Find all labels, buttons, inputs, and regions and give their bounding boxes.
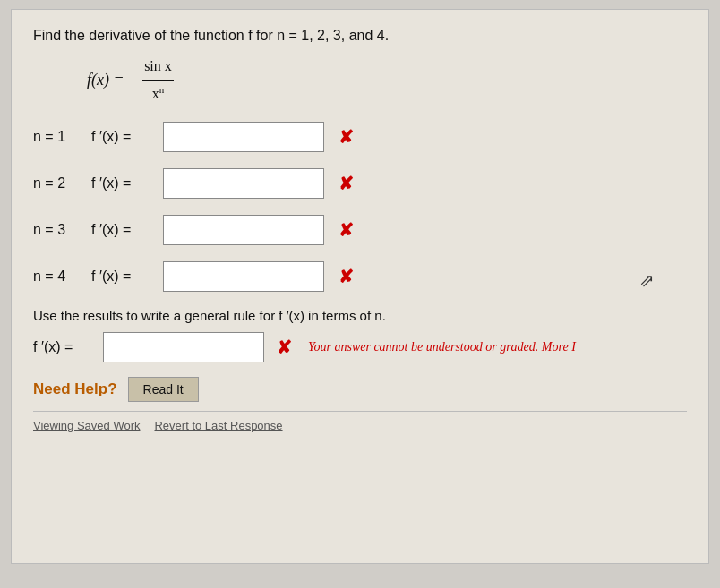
n1-xmark: ✘: [339, 126, 354, 148]
n4-deriv-label: f ′(x) =: [91, 268, 154, 285]
problem-title: Find the derivative of the function f fo…: [33, 28, 687, 44]
fx-label: f(x) =: [87, 67, 124, 93]
read-it-button[interactable]: Read It: [128, 377, 199, 402]
viewing-saved-work-link[interactable]: Viewing Saved Work: [33, 419, 140, 432]
bottom-bar: Viewing Saved Work Revert to Last Respon…: [33, 411, 687, 432]
row-n2: n = 2 f ′(x) = ✘: [33, 168, 687, 199]
n2-label: n = 2: [33, 175, 82, 192]
general-rule-section: Use the results to write a general rule …: [33, 308, 687, 362]
main-card: Find the derivative of the function f fo…: [11, 9, 709, 564]
n2-deriv-label: f ′(x) =: [91, 175, 154, 192]
answer-note: Your answer cannot be understood or grad…: [308, 340, 576, 354]
n3-label: n = 3: [33, 222, 82, 238]
row-n1: n = 1 f ′(x) = ✘: [33, 122, 687, 152]
row-n4: n = 4 f ′(x) = ✘: [33, 261, 687, 292]
general-rule-xmark: ✘: [277, 337, 292, 358]
fraction-numerator: sin x: [142, 55, 174, 81]
general-rule-text: Use the results to write a general rule …: [33, 308, 687, 323]
n4-input[interactable]: [163, 261, 324, 292]
equals-sign: [130, 67, 134, 93]
general-rule-label: f ′(x) =: [33, 339, 96, 355]
general-rule-input[interactable]: [103, 332, 264, 362]
n3-deriv-label: f ′(x) =: [91, 222, 154, 238]
n4-label: n = 4: [33, 268, 82, 285]
n1-label: n = 1: [33, 129, 82, 145]
need-help-section: Need Help? Read It: [33, 377, 687, 402]
function-display: f(x) = sin x xn: [87, 55, 687, 106]
n2-input[interactable]: [163, 168, 324, 199]
n2-xmark: ✘: [339, 173, 354, 194]
fraction-denominator: xn: [150, 81, 167, 106]
revert-link[interactable]: Revert to Last Response: [154, 419, 282, 432]
general-rule-row: f ′(x) = ✘ Your answer cannot be underst…: [33, 332, 687, 362]
need-help-label: Need Help?: [33, 380, 117, 398]
n3-xmark: ✘: [339, 219, 354, 241]
n4-xmark: ✘: [339, 266, 354, 287]
fraction: sin x xn: [142, 55, 174, 106]
n1-input[interactable]: [163, 122, 324, 152]
row-n3: n = 3 f ′(x) = ✘: [33, 215, 687, 245]
cursor-arrow: ⇗: [639, 269, 655, 291]
exponent-n: n: [159, 84, 165, 95]
n3-input[interactable]: [163, 215, 324, 245]
n1-deriv-label: f ′(x) =: [91, 129, 154, 145]
